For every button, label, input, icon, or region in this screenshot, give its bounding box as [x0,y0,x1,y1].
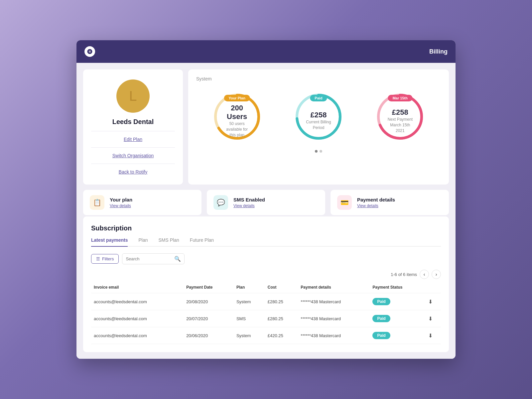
plan-card-title: Your plan [110,197,132,202]
divider-1 [91,131,175,131]
col-cost: Cost [265,282,298,293]
cell-payment-details: ******438 Mastercard [298,327,370,344]
main-window: Billing L Leeds Dental Edit Plan Switch … [76,40,456,359]
filters-label: Filters [102,256,114,261]
plan-main-value: 200 Users [224,104,250,121]
sms-card-title: SMS Enabled [233,197,265,202]
next-page-button[interactable]: › [432,270,441,279]
plan-badge: Your Plan [224,95,250,101]
cell-status: Paid [370,327,426,344]
plan-card-icon: 📋 [90,195,104,210]
status-badge: Paid [372,315,390,322]
system-section-title: System [196,76,441,81]
dot-2[interactable] [320,150,322,153]
cell-plan: SMS [234,310,265,327]
filters-button[interactable]: ☰ Filters [91,254,119,264]
col-plan: Plan [234,282,265,293]
cell-download[interactable]: ⬇ [426,293,441,310]
col-status: Payment Status [370,282,426,293]
col-actions [426,282,441,293]
status-badge: Paid [372,298,390,305]
cell-cost: £280.25 [265,310,298,327]
cell-email: accounts@leedsdental.com [91,293,184,310]
cell-download[interactable]: ⬇ [426,327,441,344]
info-cards-row: 📋 Your plan View details 💬 SMS Enabled V… [83,190,449,215]
payment-details-card: 💳 Payment details View details [331,190,449,215]
plan-circle-inner: 200 Users 50 users available for this pl… [224,102,250,138]
subscription-title: Subscription [91,224,441,232]
cell-date: 20/06/2020 [184,327,234,344]
org-name: Leeds Dental [112,118,154,126]
titlebar: Billing [76,40,456,63]
next-payment-sub-text: Next Payment March 15th 2021 [387,117,413,133]
payment-card-icon: 💳 [337,195,352,210]
cell-email: accounts@leedsdental.com [91,327,184,344]
profile-card: L Leeds Dental Edit Plan Switch Organisa… [83,69,183,185]
billing-sub-text: Current Billing Period [305,119,332,131]
switch-org-link[interactable]: Switch Organisation [112,153,154,158]
cell-download[interactable]: ⬇ [426,310,441,327]
cell-email: accounts@leedsdental.com [91,310,184,327]
cell-cost: £280.25 [265,293,298,310]
next-payment-badge: Mar 15th [388,95,412,101]
cell-date: 20/08/2020 [184,293,234,310]
cell-payment-details: ******438 Mastercard [298,293,370,310]
payment-view-details[interactable]: View details [357,203,378,208]
cell-date: 20/07/2020 [184,310,234,327]
next-payment-value: £258 [387,108,413,117]
sms-view-details[interactable]: View details [233,203,255,208]
payments-table: Invoice email Payment Date Plan Cost Pay… [91,282,441,344]
system-card: System Your Plan 200 Users 50 users avai… [188,69,449,185]
col-payment-details: Payment details [298,282,370,293]
plan-card-text: Your plan View details [110,197,132,208]
table-row: accounts@leedsdental.com 20/08/2020 Syst… [91,293,441,310]
download-icon[interactable]: ⬇ [428,316,433,322]
paid-badge: Paid [310,95,327,101]
filters-row: ☰ Filters 🔍 [91,253,441,264]
filter-icon: ☰ [96,256,100,261]
plan-sub-text: 50 users available for this plan [224,121,250,138]
divider-2 [91,147,175,148]
search-input[interactable] [126,256,172,261]
search-box: 🔍 [122,253,185,264]
tabs-row: Latest payments Plan SMS Plan Future Pla… [91,237,441,247]
edit-plan-link[interactable]: Edit Plan [124,137,142,142]
billing-main-value: £258 [305,111,332,119]
col-date: Payment Date [184,282,234,293]
download-icon[interactable]: ⬇ [428,333,433,338]
sms-card: 💬 SMS Enabled View details [207,190,325,215]
table-row: accounts@leedsdental.com 20/06/2020 Syst… [91,327,441,344]
billing-circle: Paid £258 Current Billing Period [292,90,345,143]
dot-1[interactable] [315,150,318,153]
pagination-info: 1-6 of 6 items [391,272,417,277]
cell-status: Paid [370,293,426,310]
main-content: L Leeds Dental Edit Plan Switch Organisa… [76,63,456,359]
tab-future-plan[interactable]: Future Plan [190,237,214,247]
tab-latest-payments[interactable]: Latest payments [91,237,128,247]
prev-page-button[interactable]: ‹ [420,270,429,279]
back-link[interactable]: Back to Rotify [119,169,147,175]
next-payment-circle: Mar 15th £258 Next Payment March 15th 20… [373,90,427,143]
tab-sms-plan[interactable]: SMS Plan [159,237,179,247]
plan-circle: Your Plan 200 Users 50 users available f… [210,90,264,143]
status-badge: Paid [372,332,390,339]
col-email: Invoice email [91,282,184,293]
pagination-row: 1-6 of 6 items ‹ › [91,270,441,279]
divider-3 [91,164,175,164]
avatar: L [116,79,150,113]
page-title: Billing [429,48,448,55]
plan-view-details[interactable]: View details [110,203,131,208]
cell-status: Paid [370,310,426,327]
circles-row: Your Plan 200 Users 50 users available f… [196,87,441,147]
cell-plan: System [234,327,265,344]
download-icon[interactable]: ⬇ [428,299,433,305]
subscription-section: Subscription Latest payments Plan SMS Pl… [83,216,449,352]
cell-payment-details: ******438 Mastercard [298,310,370,327]
payment-card-title: Payment details [357,197,395,202]
search-icon: 🔍 [174,256,181,262]
carousel-dots [196,150,441,153]
cell-cost: £420.25 [265,327,298,344]
sms-card-icon: 💬 [213,195,228,210]
payment-card-text: Payment details View details [357,197,395,208]
tab-plan[interactable]: Plan [138,237,148,247]
